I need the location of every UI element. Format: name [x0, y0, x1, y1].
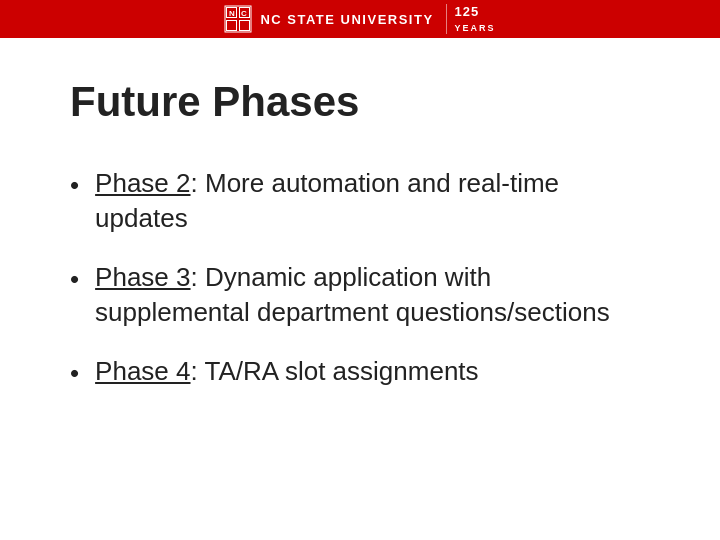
phase-2-label: Phase 2	[95, 168, 190, 198]
list-item: • Phase 3: Dynamic application with supp…	[70, 260, 650, 330]
nc-state-logo-icon: N C	[224, 5, 252, 33]
main-content: Future Phases • Phase 2: More automation…	[0, 38, 720, 445]
bullet-dot-1: •	[70, 168, 79, 203]
header-bar: N C NC STATE UNIVERSITY 125 YEARS	[0, 0, 720, 38]
bullet-content-1: Phase 2: More automation and real-time u…	[95, 166, 650, 236]
logo-area: N C NC STATE UNIVERSITY 125 YEARS	[224, 4, 495, 34]
phase-3-label: Phase 3	[95, 262, 190, 292]
page-title: Future Phases	[70, 78, 650, 126]
bullet-list: • Phase 2: More automation and real-time…	[70, 166, 650, 391]
svg-text:N: N	[229, 9, 235, 18]
separator-1: :	[191, 168, 205, 198]
list-item: • Phase 2: More automation and real-time…	[70, 166, 650, 236]
separator-2: :	[191, 262, 205, 292]
anniversary-years: 125 YEARS	[446, 4, 496, 34]
bullet-dot-2: •	[70, 262, 79, 297]
bullet-dot-3: •	[70, 356, 79, 391]
university-name: NC STATE UNIVERSITY	[260, 12, 433, 27]
bullet-content-2: Phase 3: Dynamic application with supple…	[95, 260, 650, 330]
list-item: • Phase 4: TA/RA slot assignments	[70, 354, 650, 391]
svg-text:C: C	[241, 9, 247, 18]
phase-4-description: TA/RA slot assignments	[205, 356, 479, 386]
separator-3: :	[191, 356, 205, 386]
svg-rect-7	[227, 21, 236, 30]
phase-4-label: Phase 4	[95, 356, 190, 386]
bullet-content-3: Phase 4: TA/RA slot assignments	[95, 354, 650, 389]
svg-rect-8	[240, 21, 249, 30]
